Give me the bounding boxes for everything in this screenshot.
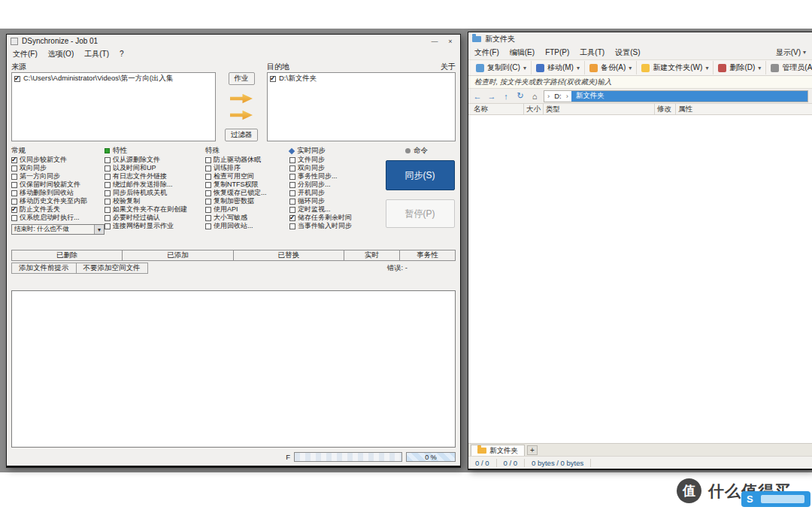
destination-checkbox[interactable] (270, 76, 276, 82)
back-icon[interactable]: ← (472, 92, 483, 101)
dropdown-arrow-icon[interactable]: ▾ (523, 65, 526, 71)
checkbox-icon[interactable] (11, 157, 17, 163)
checkbox-icon[interactable] (289, 190, 295, 196)
option-checkbox[interactable]: 循环同步 (289, 197, 384, 205)
toolbar-button[interactable]: 复制到(C) ▾ (471, 61, 532, 74)
option-checkbox[interactable]: 仅系统启动时执行... (11, 214, 105, 222)
pause-button[interactable]: 暂停(P) (386, 199, 455, 228)
menu-view[interactable]: 显示(V) ▾ (776, 47, 806, 58)
option-checkbox[interactable]: 分别同步... (289, 181, 384, 189)
folder-tab[interactable]: 新文件夹 (471, 445, 525, 456)
option-checkbox[interactable]: 定时监视... (289, 205, 384, 214)
tab-realtime[interactable]: 实时 (344, 250, 400, 261)
tab-added[interactable]: 已添加 (123, 250, 233, 261)
toolbar-button[interactable]: 管理员(A) ▾ (766, 61, 812, 74)
checkbox-icon[interactable] (11, 182, 17, 188)
checkbox-icon[interactable] (205, 165, 211, 172)
breadcrumb[interactable]: › D: › 新文件夹 (544, 90, 808, 102)
checkbox-icon[interactable] (11, 199, 17, 205)
checkbox-icon[interactable] (105, 174, 111, 180)
column-header-name[interactable]: 名称 (468, 104, 524, 114)
checkbox-icon[interactable] (105, 190, 111, 196)
list-header-no-empty[interactable]: 不要添加空间文件 (77, 263, 148, 274)
option-checkbox[interactable]: 使用回收站... (205, 222, 289, 230)
checkbox-icon[interactable] (105, 182, 111, 188)
menu-item[interactable]: ? (120, 50, 124, 58)
menu-settings[interactable]: 设置(S) (615, 47, 640, 58)
option-checkbox[interactable]: 校验复制 (105, 197, 205, 205)
close-button[interactable]: × (444, 38, 456, 45)
destination-list[interactable]: D:\新文件夹 (267, 72, 456, 141)
toolbar-button[interactable]: 移动(M) ▾ (532, 61, 585, 74)
column-header-attributes[interactable]: 属性 (676, 104, 812, 114)
option-checkbox[interactable]: 仅从源删除文件 (105, 156, 205, 164)
dropdown-arrow-icon[interactable]: ▾ (758, 65, 761, 71)
checkbox-icon[interactable] (289, 174, 295, 180)
column-header-type[interactable]: 类型 (544, 104, 655, 114)
option-checkbox[interactable]: 检查可用空间 (205, 172, 289, 181)
option-checkbox[interactable]: 双向同步 (11, 164, 105, 172)
option-checkbox[interactable]: 第一方向同步 (11, 172, 105, 181)
checkbox-icon[interactable] (105, 199, 111, 205)
option-checkbox[interactable]: 大小写敏感 (205, 214, 289, 222)
tab-transactional[interactable]: 事务性 (400, 250, 456, 261)
menu-tools[interactable]: 工具(T) (580, 47, 604, 58)
dropdown-arrow-icon[interactable]: ▾ (577, 65, 580, 71)
option-checkbox[interactable]: 防止文件丢失 (11, 205, 105, 214)
jobs-button[interactable]: 作业 (229, 72, 255, 85)
option-checkbox[interactable]: 训练排序 (205, 164, 289, 172)
checkbox-icon[interactable] (205, 174, 211, 180)
option-checkbox[interactable]: 事务性同步... (289, 172, 384, 181)
option-checkbox[interactable]: 连接网络时显示作业 (105, 222, 205, 230)
column-header-modified[interactable]: 修改 (655, 104, 676, 114)
up-icon[interactable]: ↑ (501, 92, 511, 101)
checkbox-icon[interactable] (289, 199, 295, 205)
option-checkbox[interactable]: 有日志文件外链接 (105, 172, 205, 181)
option-checkbox[interactable]: 复制加密数据 (205, 197, 289, 205)
toolbar-button[interactable]: 备份(A) ▾ (585, 61, 637, 74)
checkbox-icon[interactable] (11, 215, 17, 221)
checkbox-icon[interactable] (205, 190, 211, 196)
dropdown-arrow-icon[interactable]: ▾ (705, 65, 708, 71)
option-checkbox[interactable]: 移动历史文件夹至内部 (11, 197, 105, 205)
checkbox-icon[interactable] (205, 157, 211, 163)
results-list[interactable] (11, 290, 456, 448)
refresh-icon[interactable]: ↻ (515, 91, 526, 101)
dropdown-arrow-icon[interactable]: ▾ (629, 65, 632, 71)
option-checkbox[interactable]: 当事件输入时同步 (289, 222, 384, 230)
checkbox-icon[interactable] (289, 157, 295, 163)
breadcrumb-drive[interactable]: D: (553, 92, 563, 100)
checkbox-icon[interactable] (11, 190, 17, 196)
menu-file[interactable]: 文件(F) (474, 47, 499, 58)
menu-item[interactable]: 工具(T) (84, 49, 109, 59)
menu-item[interactable]: 文件(F) (13, 49, 38, 59)
checkbox-icon[interactable] (205, 223, 211, 229)
home-icon[interactable]: ⌂ (529, 92, 540, 101)
tab-deleted[interactable]: 已删除 (11, 250, 123, 261)
checkbox-icon[interactable] (105, 207, 111, 213)
checkbox-icon[interactable] (105, 215, 111, 221)
minimize-button[interactable]: — (429, 38, 441, 45)
checkbox-icon[interactable] (289, 215, 295, 221)
on-finish-dropdown[interactable]: 结束时: 什么也不做 ▾ (11, 224, 105, 235)
option-checkbox[interactable]: 双向同步 (289, 164, 384, 172)
checkbox-icon[interactable] (289, 182, 295, 188)
option-checkbox[interactable]: 防止驱动器休眠 (205, 156, 289, 164)
option-checkbox[interactable]: 仅保留时间较新文件 (11, 181, 105, 189)
dropdown-arrow-icon[interactable]: ▾ (94, 225, 104, 234)
checkbox-icon[interactable] (205, 199, 211, 205)
option-checkbox[interactable]: 复制NTFS权限 (205, 181, 289, 189)
checkbox-icon[interactable] (11, 165, 17, 172)
option-checkbox[interactable]: 恢复缓存已锁定... (205, 189, 289, 197)
source-checkbox[interactable] (14, 76, 20, 82)
checkbox-icon[interactable] (289, 165, 295, 172)
new-tab-button[interactable]: + (527, 445, 538, 455)
checkbox-icon[interactable] (11, 207, 17, 213)
checkbox-icon[interactable] (105, 223, 111, 229)
option-checkbox[interactable]: 必要时经过确认 (105, 214, 205, 222)
menu-edit[interactable]: 编辑(E) (510, 47, 535, 58)
file-list-area[interactable] (468, 115, 812, 443)
menu-ftp[interactable]: FTP(P) (545, 48, 569, 56)
sync-button[interactable]: 同步(S) (386, 160, 455, 190)
checkbox-icon[interactable] (105, 157, 111, 163)
